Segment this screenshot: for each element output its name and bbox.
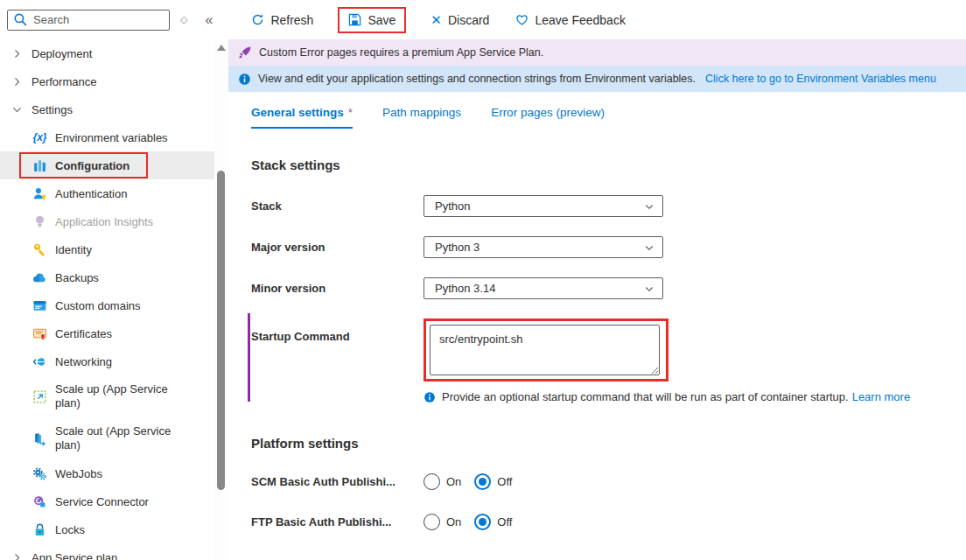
environment-variables-info-banner: View and edit your application settings … [228,66,966,92]
minor-version-dropdown[interactable]: Python 3.14 [424,277,663,299]
sidebar-item-label: Scale out (App Service plan) [55,424,188,453]
stack-field-row: Stack Python [251,195,966,217]
scm-basic-auth-radio-group: On Off [424,473,512,490]
sidebar-item-service-connector[interactable]: Service Connector [0,487,214,515]
startup-command-hint: Provide an optional startup command that… [424,390,966,403]
radio-selected-icon[interactable] [474,514,491,530]
discard-button[interactable]: ✕ Discard [429,9,491,32]
scm-basic-auth-row: SCM Basic Auth Publishi... On Off [251,473,966,490]
sidebar-item-settings[interactable]: Settings [0,95,214,123]
sidebar-scrollbar[interactable] [214,39,228,560]
webjobs-icon [32,466,47,481]
ftp-basic-auth-off-option[interactable]: Off [474,514,512,530]
minor-version-label: Minor version [251,282,424,295]
save-icon [348,13,361,26]
startup-command-label: Startup Command [251,318,424,343]
refresh-button[interactable]: Refresh [249,9,315,32]
sidebar-item-environment-variables[interactable]: {x} Environment variables [0,123,214,151]
identity-icon [32,242,47,257]
minor-version-dropdown-value: Python 3.14 [435,282,495,295]
stack-dropdown[interactable]: Python [424,195,663,217]
custom-domains-icon [32,298,47,313]
premium-plan-banner: Custom Error pages requires a premium Ap… [228,39,966,66]
sidebar-item-webjobs[interactable]: WebJobs [0,459,214,487]
ftp-basic-auth-on-option[interactable]: On [424,514,461,530]
scale-out-icon [32,431,47,446]
chevron-down-icon [644,242,654,253]
scm-basic-auth-on-option[interactable]: On [424,473,461,490]
tab-label: Error pages (preview) [491,106,605,119]
chevron-down-icon [644,201,654,212]
tab-error-pages[interactable]: Error pages (preview) [491,106,605,129]
ftp-basic-auth-radio-group: On Off [424,514,512,530]
heart-icon [515,13,528,26]
major-version-dropdown[interactable]: Python 3 [424,236,663,258]
sidebar-item-application-insights[interactable]: Application Insights [0,207,214,235]
sidebar-item-label: Networking [55,355,112,368]
tab-general-settings[interactable]: General settings* [251,106,353,129]
search-box[interactable] [7,10,170,31]
scm-basic-auth-off-option[interactable]: Off [474,473,512,490]
collapse-sidebar-icon[interactable]: « [205,12,213,28]
discard-label: Discard [448,13,489,27]
sidebar-item-backups[interactable]: Backups [0,263,214,291]
environment-variables-link[interactable]: Click here to go to Environment Variable… [705,73,936,85]
sidebar-item-label: Settings [32,103,73,116]
top-command-bar: ◇ « Refresh Save ✕ Discard Leave [0,0,966,39]
sidebar-item-label: Identity [55,243,92,256]
sidebar-item-label: Backups [55,271,99,284]
save-button[interactable]: Save [338,7,406,33]
sidebar-item-deployment[interactable]: Deployment [0,39,214,67]
startup-command-input[interactable]: src/entrypoint.sh [430,325,660,375]
ftp-basic-auth-row: FTP Basic Auth Publishi... On Off [251,514,966,530]
radio-unselected-icon[interactable] [424,514,440,530]
rocket-icon [238,46,252,60]
refresh-label: Refresh [270,13,313,27]
major-version-field-row: Major version Python 3 [251,236,966,258]
hint-text: Provide an optional startup command that… [442,390,849,403]
sidebar-item-performance[interactable]: Performance [0,67,214,95]
sidebar-item-scale-up[interactable]: Scale up (App Service plan) [0,375,214,417]
on-label: On [446,475,461,488]
configuration-icon [32,158,47,173]
authentication-icon [32,186,47,201]
sidebar-item-scale-out[interactable]: Scale out (App Service plan) [0,417,214,459]
tab-label: Path mappings [382,106,461,119]
scrollbar-up-arrow-icon[interactable] [217,45,226,51]
sidebar-item-app-service-plan[interactable]: App Service plan [0,543,214,560]
radio-unselected-icon[interactable] [424,473,440,490]
toolbar: Refresh Save ✕ Discard Leave Feedback [249,7,627,33]
startup-hint-text: Provide an optional startup command that… [442,390,910,403]
sidebar-item-label: Deployment [32,47,92,60]
sidebar-item-locks[interactable]: Locks [0,515,214,543]
sidebar-item-label: Performance [32,75,96,88]
scm-basic-auth-label: SCM Basic Auth Publishi... [251,475,424,488]
sidebar-item-identity[interactable]: Identity [0,235,214,263]
learn-more-link[interactable]: Learn more [852,390,910,403]
save-label: Save [368,13,396,27]
major-version-dropdown-value: Python 3 [435,241,480,254]
sidebar-item-custom-domains[interactable]: Custom domains [0,291,214,319]
startup-command-field-row: Startup Command src/entrypoint.sh [251,318,966,382]
tab-path-mappings[interactable]: Path mappings [382,106,461,129]
ftp-basic-auth-label: FTP Basic Auth Publishi... [251,515,424,528]
sidebar-item-certificates[interactable]: Certificates [0,319,214,347]
locks-icon [32,522,47,537]
off-label: Off [497,515,512,528]
radio-selected-icon[interactable] [474,473,491,490]
search-input[interactable] [33,13,164,26]
sidebar-item-authentication[interactable]: Authentication [0,179,214,207]
refresh-icon [251,13,264,26]
leave-feedback-button[interactable]: Leave Feedback [514,9,627,32]
configuration-tabs: General settings* Path mappings Error pa… [251,106,966,129]
discard-icon: ✕ [430,13,442,26]
service-connector-icon [32,494,47,509]
networking-icon [32,354,47,369]
sidebar-item-networking[interactable]: Networking [0,347,214,375]
sidebar-item-configuration[interactable]: Configuration [0,151,214,179]
sidebar-item-label: Authentication [55,187,127,200]
scrollbar-thumb[interactable] [217,171,225,490]
on-label: On [446,515,461,528]
info-icon [238,73,251,86]
chevron-right-icon [11,552,23,560]
